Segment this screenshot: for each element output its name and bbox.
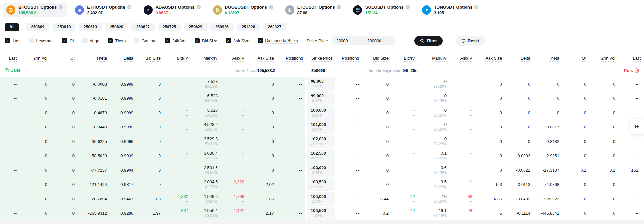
bid-cell[interactable]: ---- [392, 120, 418, 135]
ask-cell[interactable]: ---- [450, 91, 476, 106]
bid-cell[interactable]: 1,332-- [164, 192, 191, 206]
expiry-tab-250610[interactable]: 250610 [53, 23, 76, 31]
expiry-tab-250627[interactable]: 250627 [131, 23, 155, 31]
filter-button[interactable]: Filter [414, 36, 443, 46]
bid-cell[interactable]: ---- [164, 178, 191, 192]
option-row-103-500[interactable]: --00-121.14240.98170----2,034.541.71%2,3… [0, 178, 644, 192]
asset-tab-eth[interactable]: ◆ETHUSDT Optionsi2,492.07 [72, 3, 136, 17]
info-icon[interactable]: i [406, 5, 410, 9]
bid-cell[interactable]: 897-- [164, 206, 191, 221]
expiry-tab-250620[interactable]: 250620 [105, 23, 128, 31]
bid-cell[interactable]: ---- [164, 106, 191, 120]
expiry-tab-250609[interactable]: 250609 [26, 23, 49, 31]
option-row-104-500[interactable]: --00-265.93120.92861.97897--1,050.430.03… [0, 206, 644, 221]
option-row-104-000[interactable]: --00-286.0940.94671.81,332--1,549.640.84… [0, 192, 644, 206]
option-row-99-000[interactable]: --00-0.01810.99990----6,52860.18%----0--… [0, 91, 644, 106]
column-header-24h-vol: 24h Vol [20, 52, 51, 64]
bid-cell[interactable]: ---- [392, 134, 418, 149]
expiry-tab-260327[interactable]: 260327 [263, 23, 286, 31]
mark-cell: 46.136.18% [418, 206, 450, 221]
bid-cell[interactable]: 22-- [392, 192, 418, 206]
filter-checkbox-bid-size[interactable]: ✓Bid Size [195, 38, 217, 43]
bid-cell[interactable]: ---- [392, 91, 418, 106]
bid-cell[interactable]: ---- [392, 106, 418, 120]
ask-cell[interactable]: 1,768-- [221, 192, 247, 206]
collapse-panel-button[interactable] [630, 119, 644, 134]
filter-checkbox-vega[interactable]: Vega [82, 38, 100, 43]
asset-tab-sol[interactable]: SOLUSDT Optionsi151.24↑ [350, 3, 414, 17]
filter-checkbox-distance-to-strike[interactable]: ✓Distance to Strike [258, 38, 298, 44]
ask-cell[interactable]: ---- [450, 106, 476, 120]
option-row-102-000[interactable]: --00-36.62250.99660----3,529.358.33%----… [0, 134, 644, 149]
ask-cell[interactable]: ---- [221, 77, 247, 91]
ask-cell[interactable]: ---- [221, 163, 247, 178]
bid-cell[interactable]: ---- [392, 178, 418, 192]
info-icon[interactable]: i [269, 5, 273, 9]
ask-cell[interactable]: 1,191-- [221, 206, 247, 221]
ask-cell[interactable]: ---- [450, 77, 476, 91]
expiry-tab-250926[interactable]: 250926 [210, 23, 234, 31]
filter-checkbox-24h-vol[interactable]: ✓24h Vol [165, 38, 186, 43]
ask-cell[interactable]: ---- [221, 120, 247, 135]
ask-cell[interactable]: 48-- [450, 206, 476, 221]
asset-tab-ton[interactable]: ▼TONUSDT Optionsi3.195 [419, 3, 483, 17]
bid-cell[interactable]: ---- [164, 77, 191, 91]
ask-cell[interactable]: ---- [450, 149, 476, 163]
ask-cell[interactable]: 2,320-- [221, 178, 247, 192]
ask-cell[interactable]: ---- [450, 163, 476, 178]
ask-cell[interactable]: ---- [221, 106, 247, 120]
bid-cell[interactable]: ---- [392, 149, 418, 163]
ask-cell[interactable]: ---- [221, 134, 247, 149]
asset-tab-doge[interactable]: ĐDOGEUSDT Optionsi0.18207↑ [210, 3, 278, 17]
call-bidsize-cell: 0 [137, 178, 164, 192]
reset-button[interactable]: Reset [456, 36, 485, 46]
put-delta-cell: 0 [505, 120, 533, 135]
puts-section-label[interactable]: Puts [624, 68, 639, 73]
filter-checkbox-gamma[interactable]: Gamma [134, 38, 156, 43]
option-row-101-000[interactable]: --00-6.84480.99950----4,528.259.87%----0… [0, 120, 644, 135]
filter-checkbox-leverage[interactable]: Leverage [29, 38, 54, 43]
bid-cell[interactable]: ---- [164, 134, 191, 149]
filter-checkbox-theta[interactable]: ✓Theta [108, 38, 126, 43]
asset-tab-btc[interactable]: ₿BTCUSDT Optionsi105,588.2↑ [3, 3, 67, 17]
expiry-tab-250725[interactable]: 250725 [158, 23, 181, 31]
info-icon[interactable]: i [474, 5, 478, 9]
ask-cell[interactable]: ---- [450, 134, 476, 149]
ask-cell[interactable]: 11-- [450, 178, 476, 192]
expiry-tab-251226[interactable]: 251226 [237, 23, 260, 31]
calls-icon [5, 68, 9, 72]
info-icon[interactable]: i [127, 5, 131, 9]
bid-cell[interactable]: ---- [164, 91, 191, 106]
bid-cell[interactable]: ---- [392, 163, 418, 178]
strike-max-input[interactable] [367, 38, 390, 43]
info-icon[interactable]: i [337, 5, 341, 9]
strike-min-input[interactable] [336, 38, 360, 43]
info-icon[interactable]: i [197, 5, 201, 9]
option-row-103-000[interactable]: --00-77.72370.99040----2,531.646.56%----… [0, 163, 644, 178]
ask-cell[interactable]: 36-- [450, 192, 476, 206]
expiry-tab-250613[interactable]: 250613 [79, 23, 102, 31]
put-delta-cell: -0.1114 [505, 206, 533, 221]
bottom-scroll-track[interactable] [0, 220, 644, 224]
asset-tab-ltc[interactable]: ŁLTCUSDT Optionsi87.68 [282, 3, 346, 17]
ask-cell[interactable]: ---- [450, 120, 476, 135]
expiry-tab-250829[interactable]: 250829 [184, 23, 207, 31]
filter-checkbox-ask-size[interactable]: ✓Ask Size [226, 38, 250, 43]
bid-cell[interactable]: ---- [164, 149, 191, 163]
ask-cell[interactable]: ---- [221, 149, 247, 163]
put-24hvol-cell: 0 [590, 192, 619, 206]
calls-section-label[interactable]: Calls [5, 68, 20, 73]
option-row-98-000[interactable]: --00-0.00030.99990----7,52860.18%----0--… [0, 77, 644, 91]
option-row-102-500[interactable]: --00-58.50290.99390----3,030.452.23%----… [0, 149, 644, 163]
info-icon[interactable]: i [59, 5, 63, 9]
bid-cell[interactable]: ---- [164, 163, 191, 178]
bid-cell[interactable]: ---- [164, 120, 191, 135]
filter-checkbox-last[interactable]: ✓Last [5, 38, 21, 43]
asset-tab-ada[interactable]: ✳ADAUSDT Optionsi0.6637↓ [140, 3, 205, 17]
expiry-tab-all[interactable]: All [5, 23, 19, 31]
bid-cell[interactable]: ---- [392, 77, 418, 91]
bid-cell[interactable]: 44-- [392, 206, 418, 221]
option-row-100-000[interactable]: --00-0.48730.99990----5,52860.19%----0--… [0, 106, 644, 120]
ask-cell[interactable]: ---- [221, 91, 247, 106]
filter-checkbox-oi[interactable]: ✓OI [62, 38, 74, 43]
